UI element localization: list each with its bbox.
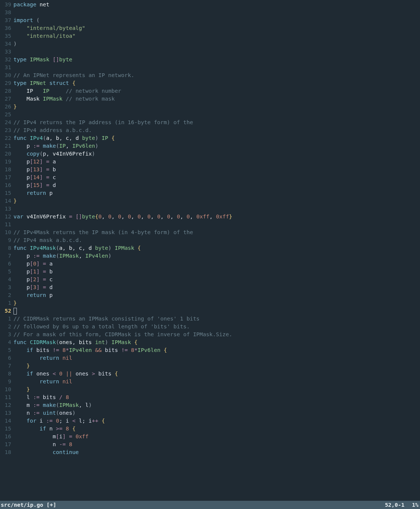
code-content: } [13,386,420,393]
code-content: n -= 8 [13,441,420,448]
code-line[interactable]: 26} [0,103,420,111]
code-content: "internal/itoa" [13,32,420,40]
code-line[interactable]: 22func IPv4(a, b, c, d byte) IP { [0,134,420,142]
line-number: 36 [0,24,13,32]
code-line[interactable]: 18 p[13] = b [0,166,420,174]
code-content: p[12] = a [13,158,420,166]
line-number: 9 [0,236,13,244]
code-line[interactable]: 17 n -= 8 [0,441,420,448]
line-number: 9 [0,378,13,386]
code-content [13,64,420,71]
code-line[interactable]: 3 p[3] = d [0,283,420,291]
line-number: 27 [0,95,13,103]
code-line[interactable]: 8 if ones < 0 || ones > bits { [0,370,420,378]
code-line[interactable]: 38 [0,9,420,16]
code-content: p[14] = c [13,174,420,181]
line-number: 1 [0,315,13,323]
code-line[interactable]: 7 p := make(IPMask, IPv4len) [0,252,420,260]
code-line[interactable]: 32type IPMask []byte [0,56,420,64]
line-number: 18 [0,448,13,456]
code-line[interactable]: 19 p[12] = a [0,158,420,166]
code-line[interactable]: 13 [0,205,420,213]
line-number: 34 [0,40,13,48]
code-line[interactable]: 33 [0,48,420,56]
code-content: return p [13,291,420,299]
code-line[interactable]: 20 copy(p, v4InV6Prefix) [0,150,420,158]
code-content [13,307,420,315]
line-number: 12 [0,401,13,409]
code-line[interactable]: 36 "internal/bytealg" [0,24,420,32]
line-number: 18 [0,166,13,174]
code-line[interactable]: 37import ( [0,16,420,24]
line-number: 23 [0,126,13,134]
code-content: p[15] = d [13,181,420,189]
code-line[interactable]: 39package net [0,1,420,9]
code-line[interactable]: 27 Mask IPMask // network mask [0,95,420,103]
code-line[interactable]: 8func IPv4Mask(a, b, c, d byte) IPMask { [0,244,420,252]
code-line[interactable]: 16 m[i] = 0xff [0,433,420,441]
code-line[interactable]: 24// IPv4 returns the IP address (in 16-… [0,119,420,126]
code-line[interactable]: 12var v4InV6Prefix = []byte{0, 0, 0, 0, … [0,213,420,221]
code-line[interactable]: 9// IPv4 mask a.b.c.d. [0,236,420,244]
code-line[interactable]: 5 p[1] = b [0,268,420,276]
code-line[interactable]: 23// IPv4 address a.b.c.d. [0,126,420,134]
code-line[interactable]: 14} [0,197,420,205]
code-line[interactable]: 17 p[14] = c [0,174,420,181]
code-line[interactable]: 10 } [0,386,420,393]
code-line[interactable]: 18 continue [0,448,420,456]
code-content: // IPv4 returns the IP address (in 16-by… [13,119,420,126]
code-line[interactable]: 11 [0,221,420,229]
code-line[interactable]: 29type IPNet struct { [0,79,420,87]
line-number: 3 [0,331,13,338]
code-line[interactable]: 31 [0,64,420,71]
code-content: p[0] = a [13,260,420,268]
code-line[interactable]: 52 [0,307,420,315]
code-line[interactable]: 4func CIDRMask(ones, bits int) IPMask { [0,338,420,346]
code-area[interactable]: 39package net3837import (36 "internal/by… [0,0,420,501]
code-content: n := uint(ones) [13,409,420,417]
code-line[interactable]: 25 [0,111,420,119]
vim-editor[interactable]: 39package net3837import (36 "internal/by… [0,0,420,509]
line-number: 16 [0,433,13,441]
line-number: 11 [0,393,13,401]
line-number: 8 [0,370,13,378]
line-number: 21 [0,142,13,150]
code-content: Mask IPMask // network mask [13,95,420,103]
line-number: 39 [0,1,13,9]
code-line[interactable]: 9 return nil [0,378,420,386]
status-filename: src/net/ip.go [+] [1,501,377,509]
code-line[interactable]: 35 "internal/itoa" [0,32,420,40]
code-line[interactable]: 2 return p [0,291,420,299]
code-line[interactable]: 14 for i := 0; i < l; i++ { [0,417,420,425]
code-line[interactable]: 6 p[0] = a [0,260,420,268]
code-line[interactable]: 2// followed by 0s up to a total length … [0,323,420,331]
code-line[interactable]: 12 m := make(IPMask, l) [0,401,420,409]
code-line[interactable]: 13 n := uint(ones) [0,409,420,417]
code-line[interactable]: 7 } [0,362,420,370]
line-number: 15 [0,425,13,433]
code-line[interactable]: 1} [0,299,420,307]
line-number: 37 [0,16,13,24]
code-line[interactable]: 1// CIDRMask returns an IPMask consistin… [0,315,420,323]
code-content: if n >= 8 { [13,425,420,433]
code-line[interactable]: 30// An IPNet represents an IP network. [0,71,420,79]
code-line[interactable]: 4 p[2] = c [0,276,420,283]
code-line[interactable]: 34) [0,40,420,48]
code-line[interactable]: 28 IP IP // network number [0,87,420,95]
code-content: // IPv4Mask returns the IP mask (in 4-by… [13,229,420,236]
line-number: 5 [0,346,13,354]
code-line[interactable]: 21 p := make(IP, IPv6len) [0,142,420,150]
code-content: } [13,362,420,370]
code-line[interactable]: 10// IPv4Mask returns the IP mask (in 4-… [0,229,420,236]
code-line[interactable]: 16 p[15] = d [0,181,420,189]
line-number: 19 [0,158,13,166]
code-line[interactable]: 11 l := bits / 8 [0,393,420,401]
code-content: func IPv4(a, b, c, d byte) IP { [13,134,420,142]
code-line[interactable]: 15 return p [0,189,420,197]
line-number: 10 [0,386,13,393]
code-line[interactable]: 3// For a mask of this form, CIDRMask is… [0,331,420,338]
code-line[interactable]: 15 if n >= 8 { [0,425,420,433]
code-line[interactable]: 6 return nil [0,354,420,362]
code-content: // IPv4 mask a.b.c.d. [13,236,420,244]
code-line[interactable]: 5 if bits != 8*IPv4len && bits != 8*IPv6… [0,346,420,354]
